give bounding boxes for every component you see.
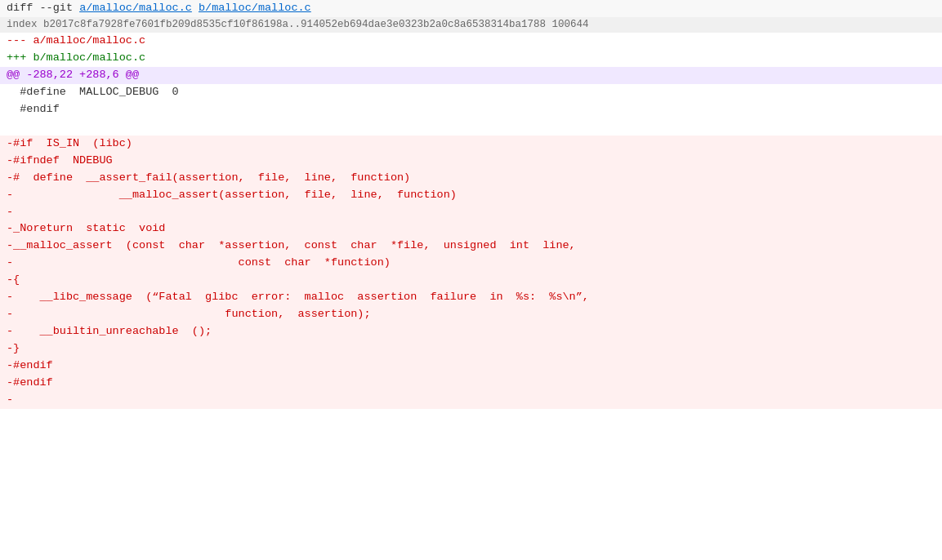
diff-hunk-line: @@ -288,22 +288,6 @@ [0, 67, 942, 84]
diff-line-removed-11: - function, assertion); [0, 306, 942, 323]
diff-line-removed-2: -#ifndef NDEBUG [0, 153, 942, 170]
diff-line-removed-6: -_Noreturn static void [0, 220, 942, 238]
diff-line-removed-13: -} [0, 340, 942, 358]
diff-line-removed-3: -# define __assert_fail(assertion, file,… [0, 170, 942, 187]
diff-line-context-2: #endif [0, 101, 942, 118]
diff-file-a-line: --- a/malloc/malloc.c [0, 33, 942, 50]
diff-line-removed-8: - const char *function) [0, 255, 942, 272]
diff-line-removed-4: - __malloc_assert(assertion, file, line,… [0, 187, 942, 204]
diff-file-b-line: +++ b/malloc/malloc.c [0, 50, 942, 67]
diff-header-line: diff --git a/malloc/malloc.c b/malloc/ma… [0, 0, 942, 17]
diff-line-removed-14: -#endif [0, 358, 942, 375]
file-link-b[interactable]: b/malloc/malloc.c [199, 2, 311, 14]
diff-line-removed-5: - [0, 204, 942, 221]
diff-line-removed-7: -__malloc_assert (const char *assertion,… [0, 238, 942, 255]
diff-line-context-3 [0, 118, 942, 136]
diff-line-removed-1: -#if IS_IN (libc) [0, 136, 942, 153]
diff-line-removed-10: - __libc_message (“Fatal glibc error: ma… [0, 289, 942, 306]
diff-line-context-1: #define MALLOC_DEBUG 0 [0, 84, 942, 101]
diff-line-removed-12: - __builtin_unreachable (); [0, 323, 942, 340]
diff-line-removed-15: -#endif [0, 375, 942, 392]
diff-container: diff --git a/malloc/malloc.c b/malloc/ma… [0, 0, 942, 409]
diff-line-removed-16: - [0, 392, 942, 409]
file-link-a[interactable]: a/malloc/malloc.c [79, 2, 192, 14]
diff-index-line: index b2017c8fa7928fe7601fb209d8535cf10f… [0, 17, 942, 33]
diff-line-removed-9: -{ [0, 272, 942, 289]
